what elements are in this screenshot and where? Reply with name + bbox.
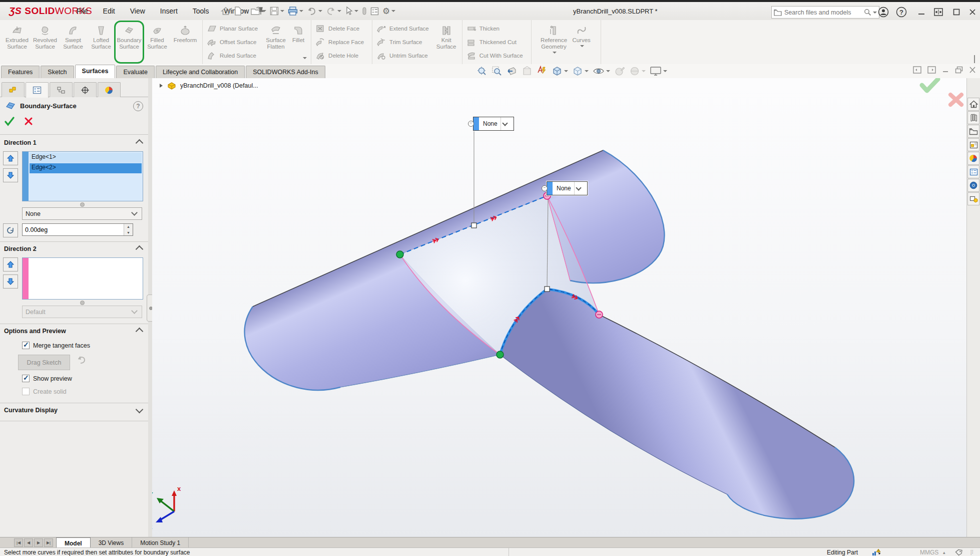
view-orientation-button[interactable] <box>551 65 569 78</box>
thicken-button[interactable]: Thicken <box>465 23 528 35</box>
collapse-left-pane-icon[interactable] <box>913 66 921 74</box>
doc-restore-icon[interactable] <box>955 66 963 74</box>
featuremanager-tree-tab[interactable] <box>2 82 25 97</box>
delete-face-button[interactable]: Delete Face <box>314 23 369 35</box>
show-preview-row[interactable]: Show preview <box>22 375 72 382</box>
callout1-drag-handle[interactable]: − <box>468 121 474 127</box>
thickened-cut-button[interactable]: Thickened Cut <box>465 36 528 48</box>
menu-tools[interactable]: Tools <box>186 5 216 18</box>
doc-minimize-icon[interactable] <box>942 66 949 74</box>
displaymanager-tab[interactable] <box>98 82 121 97</box>
search-magnifier-icon[interactable] <box>864 9 871 16</box>
draft-angle-spinner[interactable]: ▲▼ <box>124 224 133 235</box>
tab-surfaces[interactable]: Surfaces <box>75 65 116 78</box>
rebuild-warning-icon[interactable] <box>872 548 881 556</box>
undo-drag-icon[interactable] <box>76 355 87 365</box>
close-button[interactable] <box>966 6 979 18</box>
tab-lifecycle-collaboration[interactable]: Lifecycle and Collaboration <box>156 66 245 78</box>
doc-close-icon[interactable] <box>969 66 976 74</box>
options-collapse-chevron[interactable] <box>136 327 144 335</box>
dynamic-annotation-views-button[interactable] <box>536 65 549 78</box>
section-view-button[interactable] <box>521 65 534 78</box>
undo-button[interactable] <box>305 4 324 18</box>
file-properties-button[interactable] <box>369 4 380 18</box>
save-button[interactable] <box>268 4 286 18</box>
search-box[interactable] <box>771 6 879 19</box>
menu-view[interactable]: View <box>124 5 152 18</box>
edit-appearance-button[interactable] <box>613 65 626 78</box>
breadcrumb[interactable]: yBranchDrill_v008 (Defaul... <box>159 81 258 90</box>
zoom-to-area-button[interactable] <box>491 65 504 78</box>
units-selector[interactable]: MMGS <box>920 548 938 556</box>
reference-geometry-button[interactable]: Reference Geometry <box>539 22 570 63</box>
search-input[interactable] <box>782 9 864 17</box>
surface-flatten-button[interactable]: Surface Flatten <box>263 22 289 63</box>
direction2-section-header[interactable]: Direction 2 <box>4 245 144 252</box>
prev-tab-button[interactable]: ◀ <box>24 538 33 547</box>
drag-sketch-button[interactable]: Drag Sketch <box>18 355 70 370</box>
direction2-selection-list[interactable] <box>22 257 143 300</box>
tab-features[interactable]: Features <box>1 66 40 78</box>
configurationmanager-tab[interactable] <box>50 82 73 97</box>
print-button[interactable] <box>286 4 305 18</box>
model-scene[interactable]: x Y z <box>152 78 967 537</box>
select-dropdown-arrow[interactable] <box>354 10 358 12</box>
edge1-connector-handle[interactable] <box>471 223 476 228</box>
last-tab-button[interactable]: ▶| <box>44 538 53 547</box>
merge-tangent-faces-checkbox[interactable] <box>22 342 30 349</box>
tab-evaluate[interactable]: Evaluate <box>116 66 155 78</box>
callout1-dropdown-chevron[interactable] <box>501 117 509 130</box>
draft-angle-input[interactable] <box>23 224 124 235</box>
search-dropdown-arrow[interactable] <box>873 12 877 14</box>
new-document-button[interactable] <box>233 4 249 18</box>
taskpane-view-palette-button[interactable] <box>967 138 979 151</box>
edge2-start-point[interactable] <box>497 351 504 358</box>
trim-surface-button[interactable]: Trim Surface <box>375 36 434 48</box>
extruded-surface-button[interactable]: Extruded Surface <box>3 22 31 63</box>
selection-capsule-icon[interactable] <box>360 4 368 18</box>
planar-surface-button[interactable]: Planar Surface <box>206 23 263 35</box>
breadcrumb-expand-arrow[interactable] <box>159 83 163 88</box>
show-preview-checkbox[interactable] <box>22 375 30 382</box>
move-up-button[interactable] <box>3 151 18 165</box>
callout2-drag-handle[interactable]: − <box>542 185 548 191</box>
options-dropdown-arrow[interactable] <box>391 10 395 12</box>
taskpane-appearances-button[interactable] <box>967 152 979 165</box>
edge1-start-point[interactable] <box>396 251 403 258</box>
expand-right-pane-icon[interactable] <box>927 66 936 74</box>
confirm-cancel-watermark[interactable] <box>950 95 961 105</box>
taskpane-marketplace-button[interactable] <box>967 192 979 205</box>
spinner-up-arrow[interactable]: ▲ <box>124 224 133 230</box>
edge2-connection-callout[interactable]: − None <box>547 181 588 195</box>
expand-panes-button[interactable] <box>932 6 945 18</box>
direction1-tangency-dropdown[interactable]: None <box>22 207 142 220</box>
view-settings-dropdown-arrow[interactable] <box>663 70 667 72</box>
tab-motion-study-1[interactable]: Motion Study 1 <box>132 537 189 548</box>
display-style-button[interactable] <box>571 65 590 78</box>
draft-angle-button[interactable] <box>3 223 18 237</box>
direction1-section-header[interactable]: Direction 1 <box>4 139 144 146</box>
open-document-button[interactable] <box>249 4 268 18</box>
new-dropdown-arrow[interactable] <box>243 10 247 12</box>
curvature-display-header[interactable]: Curvature Display <box>4 407 144 414</box>
zoom-to-fit-button[interactable] <box>475 65 488 78</box>
next-tab-button[interactable]: ▶ <box>34 538 43 547</box>
dimxpertmanager-tab[interactable] <box>74 82 97 97</box>
open-dropdown-arrow[interactable] <box>262 10 266 12</box>
units-dropdown-arrow[interactable]: ▴ <box>943 548 945 556</box>
ribbon-collapse-chevron[interactable] <box>974 55 977 62</box>
tags-icon[interactable] <box>955 548 963 556</box>
direction1-selection-list[interactable]: Edge<1> Edge<2> <box>22 151 143 201</box>
taskpane-file-explorer-button[interactable] <box>967 125 979 138</box>
pm-ok-button[interactable] <box>4 116 15 126</box>
minimize-button[interactable] <box>915 6 928 18</box>
branch-tube-surface[interactable] <box>500 289 854 519</box>
tab-model[interactable]: Model <box>56 537 91 548</box>
extend-surface-button[interactable]: Extend Surface <box>375 23 434 35</box>
redo-button[interactable] <box>324 4 343 18</box>
apply-scene-button[interactable] <box>628 65 647 78</box>
select-cursor-button[interactable] <box>343 4 360 18</box>
menu-insert[interactable]: Insert <box>154 5 184 18</box>
menu-edit[interactable]: Edit <box>97 5 122 18</box>
view-orientation-dropdown-arrow[interactable] <box>564 70 568 72</box>
